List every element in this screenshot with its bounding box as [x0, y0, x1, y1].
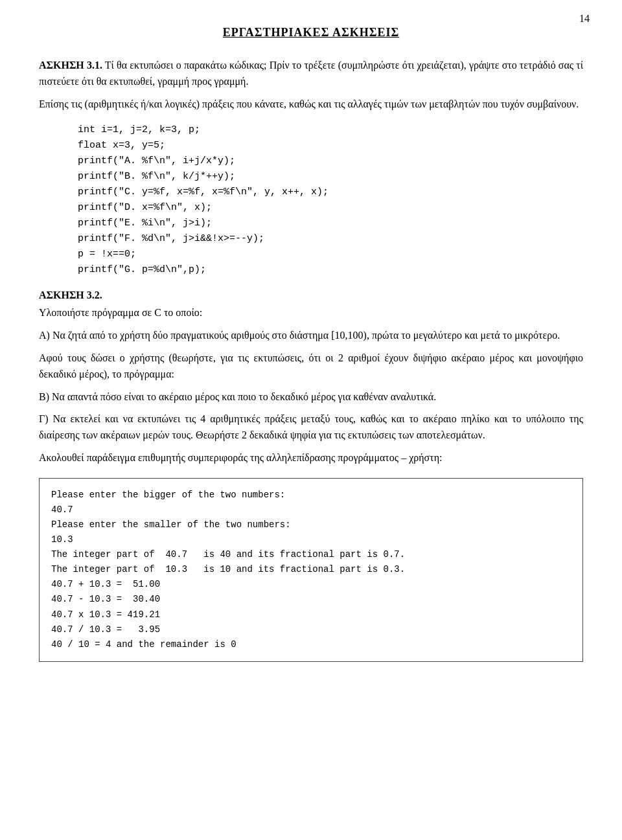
askisi-2-partA: Α) Να ζητά από το χρήστη δύο πραγματικού…	[39, 328, 583, 344]
output-line-5: The integer part of 40.7 is 40 and its f…	[51, 547, 571, 562]
askisi-1-text1-content: Τί θα εκτυπώσει ο παρακάτω κώδικας; Πρίν…	[39, 60, 583, 87]
code-line-5: printf("C. y=%f, x=%f, x=%f\n", y, x++, …	[78, 185, 583, 200]
page-title: ΕΡΓΑΣΤΗΡΙΑΚΕΣ ΑΣΚΗΣΕΙΣ	[39, 26, 583, 40]
code-line-1: int i=1, j=2, k=3, p;	[78, 122, 583, 138]
output-line-11: 40 / 10 = 4 and the remainder is 0	[51, 637, 571, 652]
output-line-7: 40.7 + 10.3 = 51.00	[51, 577, 571, 592]
output-line-4: 10.3	[51, 532, 571, 547]
code-line-8: printf("F. %d\n", j>i&&!x>=--y);	[78, 231, 583, 247]
output-line-6: The integer part of 10.3 is 10 and its f…	[51, 562, 571, 577]
askisi-2-heading: ΑΣΚΗΣΗ 3.2.	[39, 289, 583, 301]
page-number: 14	[579, 13, 590, 25]
code-line-2: float x=3, y=5;	[78, 138, 583, 153]
output-line-10: 40.7 / 10.3 = 3.95	[51, 622, 571, 637]
askisi-2-section: ΑΣΚΗΣΗ 3.2. Υλοποιήστε πρόγραμμα σε C το…	[39, 289, 583, 661]
output-line-8: 40.7 - 10.3 = 30.40	[51, 592, 571, 607]
askisi-1-heading: ΑΣΚΗΣΗ 3.1.	[39, 60, 102, 71]
code-line-6: printf("D. x=%f\n", x);	[78, 200, 583, 216]
askisi-1-section: ΑΣΚΗΣΗ 3.1. Τί θα εκτυπώσει ο παρακάτω κ…	[39, 58, 583, 278]
code-block: int i=1, j=2, k=3, p; float x=3, y=5; pr…	[78, 122, 583, 278]
askisi-2-partG: Γ) Να εκτελεί και να εκτυπώνει τις 4 αρι…	[39, 411, 583, 444]
askisi-2-partB: Β) Να απαντά πόσο είναι το ακέραιο μέρος…	[39, 389, 583, 405]
code-line-9: p = !x==0;	[78, 247, 583, 262]
code-line-3: printf("A. %f\n", i+j/x*y);	[78, 153, 583, 169]
output-line-3: Please enter the smaller of the two numb…	[51, 517, 571, 532]
askisi-2-example: Ακολουθεί παράδειγμα επιθυμητής συμπεριφ…	[39, 450, 583, 466]
output-line-1: Please enter the bigger of the two numbe…	[51, 488, 571, 503]
output-line-9: 40.7 x 10.3 = 419.21	[51, 607, 571, 622]
code-line-10: printf("G. p=%d\n",p);	[78, 262, 583, 278]
output-box: Please enter the bigger of the two numbe…	[39, 478, 583, 662]
askisi-2-intro: Υλοποιήστε πρόγραμμα σε C το οποίο:	[39, 305, 583, 321]
askisi-2-partA2: Αφού τους δώσει ο χρήστης (θεωρήστε, για…	[39, 350, 583, 383]
askisi-1-text2: Επίσης τις (αριθμητικές ή/και λογικές) π…	[39, 96, 583, 113]
code-line-7: printf("E. %i\n", j>i);	[78, 216, 583, 231]
code-line-4: printf("B. %f\n", k/j*++y);	[78, 169, 583, 185]
output-line-2: 40.7	[51, 503, 571, 517]
